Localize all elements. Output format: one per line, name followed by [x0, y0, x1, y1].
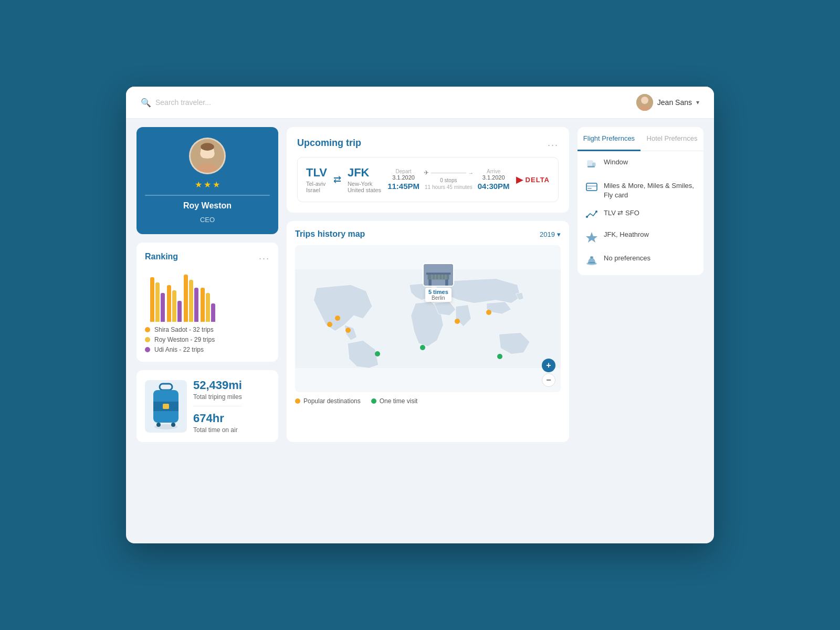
svg-rect-24	[438, 275, 440, 279]
legend-one-time: One time visit	[371, 397, 418, 405]
profile-name: Roy Weston	[183, 201, 232, 211]
bar-roy-3	[189, 280, 193, 322]
svg-rect-25	[441, 275, 443, 279]
svg-rect-21	[426, 272, 451, 275]
zoom-out-button[interactable]: −	[542, 373, 555, 387]
card-icon	[586, 182, 597, 194]
depart-time: 11:45PM	[387, 182, 419, 191]
user-area[interactable]: Jean Sans ▾	[636, 94, 699, 111]
dot-onetime-3	[497, 354, 502, 359]
pref-item-miles: Miles & More, Miles & Smiles, Fly card	[586, 181, 695, 200]
depart-block: Depart 3.1.2020 11:45PM	[387, 169, 419, 191]
main-content: ★ ★ ★ Roy Weston CEO Ranking ...	[126, 119, 714, 450]
flight-route: Depart 3.1.2020 11:45PM ✈ → 0 sto	[387, 169, 509, 191]
suitcase-svg	[150, 383, 182, 430]
berlin-pin: 5 times Berlin	[423, 263, 454, 302]
svg-rect-31	[586, 185, 597, 187]
svg-rect-23	[434, 275, 436, 279]
bar-shira-1	[150, 277, 154, 322]
pref-item-window: Window	[586, 158, 695, 173]
legend-popular-label: Popular destinations	[303, 397, 361, 405]
dest-country: United states	[348, 187, 381, 193]
year-selector[interactable]: 2019 ▾	[540, 230, 561, 238]
card-icon-svg	[586, 182, 597, 192]
bar-shira-4	[201, 288, 205, 322]
preferences-card: Flight Prefernces Hotel Prefernces	[578, 127, 704, 275]
bar-udi-2	[177, 301, 182, 322]
route-icon-svg	[586, 209, 597, 219]
legend-label-udi: Udi Anis - 22 trips	[154, 346, 204, 353]
bar-roy-2	[172, 290, 176, 322]
upcoming-title: Upcoming trip	[297, 138, 361, 149]
berlin-city: Berlin	[428, 295, 448, 301]
berlin-count: 5 times	[428, 289, 448, 295]
svg-point-1	[641, 97, 648, 104]
depart-date: 3.1.2020	[392, 174, 415, 181]
bar-group-4	[201, 288, 215, 322]
bar-udi-4	[211, 303, 215, 322]
preferences-tabs: Flight Prefernces Hotel Prefernces	[578, 127, 704, 151]
svg-rect-18	[428, 278, 432, 286]
middle-col: Upcoming trip ... TLV Tel-aviv Israel ⇄ …	[287, 127, 569, 442]
upcoming-card: Upcoming trip ... TLV Tel-aviv Israel ⇄ …	[287, 127, 569, 213]
svg-marker-35	[586, 232, 597, 243]
header: 🔍 Search traveler... Jean Sans ▾	[126, 87, 714, 119]
pref-label-no-pref: No preferences	[604, 254, 650, 263]
user-avatar	[636, 94, 653, 111]
svg-rect-13	[163, 404, 169, 409]
arrive-block: Arrive 3.1.2020 04:30PM	[478, 169, 510, 191]
miles-stat: 52,439mi Total triping miles	[193, 379, 242, 401]
airport-icon-svg	[586, 231, 597, 243]
pref-label-window: Window	[604, 158, 628, 167]
upcoming-header: Upcoming trip ...	[297, 138, 559, 149]
stops-label: 0 stops	[440, 177, 457, 183]
flight-info: TLV Tel-aviv Israel ⇄ JFK New-York Unite…	[297, 157, 559, 202]
stats-card: 52,439mi Total triping miles 674hr Total…	[136, 370, 278, 442]
legend-dot-roy	[145, 337, 150, 342]
pref-label-route: TLV ⇄ SFO	[604, 208, 639, 218]
tab-hotel-preferences[interactable]: Hotel Prefernces	[640, 127, 704, 151]
pref-item-no-pref: No preferences	[586, 254, 695, 269]
ranking-chart	[145, 269, 270, 322]
airline-logo: ▶ DELTA	[516, 174, 550, 185]
arrow-head: →	[468, 170, 474, 176]
dot-popular-5	[455, 319, 460, 324]
airport-icon	[586, 231, 597, 245]
berlin-landmark-svg	[424, 263, 453, 287]
airline-name: DELTA	[526, 176, 550, 184]
profile-divider	[145, 195, 270, 196]
origin-country: Israel	[306, 187, 327, 193]
legend-onetime-dot	[371, 398, 376, 404]
avatar-svg	[636, 94, 653, 111]
duration-label: 11 hours 45 minutes	[425, 184, 472, 190]
dot-popular-3	[345, 328, 351, 333]
dot-onetime-1	[375, 351, 380, 356]
preferences-list: Window Miles & More, Miles & Smiles, Fly…	[578, 151, 704, 275]
bar-shira-3	[184, 275, 188, 322]
stats-info: 52,439mi Total triping miles 674hr Total…	[193, 379, 242, 434]
search-area[interactable]: 🔍 Search traveler...	[141, 98, 211, 108]
route-line: ✈ → 0 stops 11 hours 45 minutes	[424, 169, 474, 190]
tab-flight-preferences[interactable]: Flight Prefernces	[578, 127, 640, 151]
bar-group-2	[167, 285, 182, 322]
arrive-label: Arrive	[487, 169, 500, 174]
search-icon: 🔍	[141, 98, 151, 108]
legend-item-udi: Udi Anis - 22 trips	[145, 346, 270, 353]
map-title: Trips history map	[295, 229, 365, 239]
dot-popular-1	[327, 322, 332, 327]
upcoming-more-button[interactable]: ...	[548, 138, 559, 149]
map-header: Trips history map 2019 ▾	[295, 229, 561, 239]
legend-dot-shira	[145, 327, 150, 332]
map-zoom-controls: + −	[542, 359, 555, 387]
svg-point-8	[201, 143, 214, 151]
arrive-time: 04:30PM	[478, 182, 510, 191]
legend-item-roy: Roy Weston - 29 trips	[145, 336, 270, 343]
route-times: Depart 3.1.2020 11:45PM ✈ → 0 sto	[387, 169, 509, 191]
zoom-in-button[interactable]: +	[542, 359, 555, 372]
pref-item-airport: JFK, Heathrow	[586, 230, 695, 245]
search-placeholder: Search traveler...	[155, 98, 211, 107]
window-icon	[586, 159, 597, 173]
ranking-more-button[interactable]: ...	[259, 251, 270, 262]
profile-card: ★ ★ ★ Roy Weston CEO	[136, 127, 278, 234]
svg-point-33	[586, 216, 588, 218]
